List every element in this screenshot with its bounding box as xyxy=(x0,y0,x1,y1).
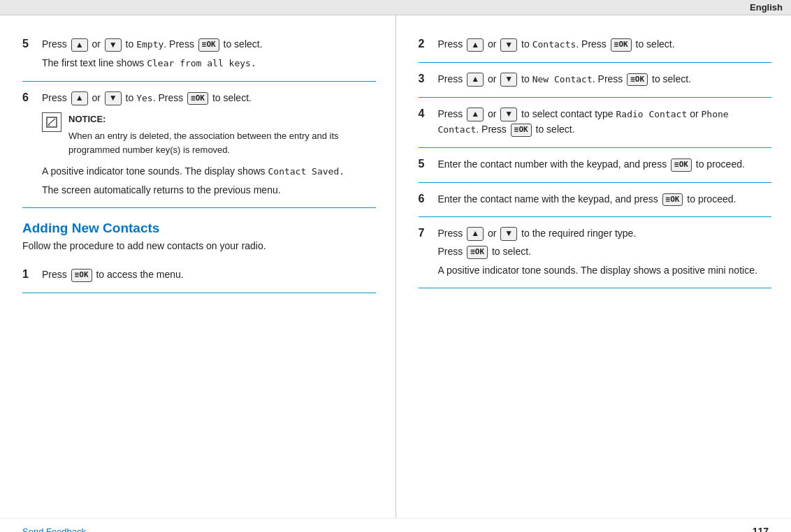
step-3-dest: New Contact xyxy=(532,74,593,84)
main-content: 5 Press ▲ or ▼ to Empty. Press ≡OK to se… xyxy=(0,15,791,518)
step-6-extra1: A positive indicator tone sounds. The di… xyxy=(42,163,376,179)
step-1-block: 1 Press ≡OK to access the menu. xyxy=(22,258,376,293)
down-arrow-3: ▼ xyxy=(500,73,517,87)
step-5-line1: Press ▲ or ▼ to Empty. Press ≡OK to sele… xyxy=(42,36,376,52)
step-3-line1: Press ▲ or ▼ to New Contact. Press ≡OK t… xyxy=(438,71,772,87)
step-5-line2: The first text line shows Clear from all… xyxy=(42,55,376,71)
down-arrow-4: ▼ xyxy=(500,108,517,121)
notice-box: NOTICE: When an entry is deleted, the as… xyxy=(42,111,376,159)
step-2-block: 2 Press ▲ or ▼ to Contacts. Press ≡OK to… xyxy=(419,28,772,63)
ok-btn-5r: ≡OK xyxy=(671,158,692,172)
step-4-block: 4 Press ▲ or ▼ to select contact type Ra… xyxy=(419,98,772,149)
section-intro: Follow the procedure to add new contacts… xyxy=(22,240,376,251)
step-7r-num: 7 xyxy=(419,227,438,239)
step-7r-line2: Press ≡OK to select. xyxy=(438,244,772,259)
ok-btn-6: ≡OK xyxy=(187,92,208,105)
notice-text: NOTICE: When an entry is deleted, the as… xyxy=(68,111,376,159)
page-number: 117 xyxy=(753,526,769,532)
notice-body: When an entry is deleted, the associatio… xyxy=(68,129,376,156)
step-7r-body: Press ▲ or ▼ to the required ringer type… xyxy=(438,226,772,281)
step-6-num: 6 xyxy=(22,91,42,104)
up-arrow-7: ▲ xyxy=(467,227,484,241)
up-arrow-btn: ▲ xyxy=(71,38,88,52)
header-bar: English xyxy=(0,0,791,15)
step-2-dest: Contacts xyxy=(532,39,576,50)
step-3-body: Press ▲ or ▼ to New Contact. Press ≡OK t… xyxy=(438,71,772,90)
step-2-body: Press ▲ or ▼ to Contacts. Press ≡OK to s… xyxy=(438,36,772,55)
step-5-display: Clear from all keys. xyxy=(147,58,256,68)
step-5-block: 5 Press ▲ or ▼ to Empty. Press ≡OK to se… xyxy=(22,28,376,82)
step-6r-num: 6 xyxy=(419,193,438,205)
section-title: Adding New Contacts xyxy=(22,221,376,236)
step-5r-block: 5 Enter the contact number with the keyp… xyxy=(419,148,772,182)
step-1-line1: Press ≡OK to access the menu. xyxy=(42,267,376,282)
ok-btn-1: ≡OK xyxy=(71,269,92,282)
svg-line-2 xyxy=(50,119,55,123)
down-arrow-btn-6: ▼ xyxy=(105,91,122,105)
notice-icon xyxy=(42,112,61,132)
step-6-block: 6 Press ▲ or ▼ to Yes. Press ≡OK to sele… xyxy=(22,82,376,209)
step-5r-num: 5 xyxy=(419,158,438,170)
up-arrow-btn-6: ▲ xyxy=(71,91,88,105)
ok-btn-3: ≡OK xyxy=(627,73,648,87)
step-5-body: Press ▲ or ▼ to Empty. Press ≡OK to sele… xyxy=(42,36,376,74)
adding-contacts-section: Adding New Contacts Follow the procedure… xyxy=(22,221,376,293)
svg-line-1 xyxy=(48,123,50,125)
step-5r-line1: Enter the contact number with the keypad… xyxy=(438,156,772,172)
step-4-line1: Press ▲ or ▼ to select contact type Radi… xyxy=(438,106,772,138)
left-column: 5 Press ▲ or ▼ to Empty. Press ≡OK to se… xyxy=(0,15,396,518)
step-4-body: Press ▲ or ▼ to select contact type Radi… xyxy=(438,106,772,141)
step-5-dest: Empty xyxy=(136,39,164,50)
down-arrow-7: ▼ xyxy=(500,227,517,241)
step-6-display1: Contact Saved. xyxy=(268,166,344,177)
step-1-body: Press ≡OK to access the menu. xyxy=(42,267,376,285)
step-5r-body: Enter the contact number with the keypad… xyxy=(438,156,772,175)
step-7r-line3: A positive indicator tone sounds. The di… xyxy=(438,263,772,278)
step-2-line1: Press ▲ or ▼ to Contacts. Press ≡OK to s… xyxy=(438,36,772,52)
step-7r-line1: Press ▲ or ▼ to the required ringer type… xyxy=(438,226,772,241)
step-4-num: 4 xyxy=(419,108,438,120)
step-6-dest: Yes xyxy=(136,93,152,103)
down-arrow-btn: ▼ xyxy=(105,38,122,52)
right-column: 2 Press ▲ or ▼ to Contacts. Press ≡OK to… xyxy=(396,15,792,518)
ok-btn: ≡OK xyxy=(198,38,219,52)
step-7r-block: 7 Press ▲ or ▼ to the required ringer ty… xyxy=(419,217,772,288)
footer-bar: Send Feedback 117 xyxy=(0,518,791,532)
step-3-block: 3 Press ▲ or ▼ to New Contact. Press ≡OK… xyxy=(419,63,772,98)
up-arrow-3: ▲ xyxy=(467,73,484,87)
ok-btn-2: ≡OK xyxy=(611,38,632,52)
step-4-type1: Radio Contact xyxy=(616,109,688,119)
step-6-body: Press ▲ or ▼ to Yes. Press ≡OK to select… xyxy=(42,90,376,201)
ok-btn-6r: ≡OK xyxy=(662,193,683,207)
up-arrow-4: ▲ xyxy=(467,108,484,121)
send-feedback-link[interactable]: Send Feedback xyxy=(22,526,86,533)
ok-btn-4: ≡OK xyxy=(511,124,532,137)
step-2-num: 2 xyxy=(419,38,438,50)
down-arrow-2: ▼ xyxy=(500,38,517,52)
step-1-num: 1 xyxy=(22,268,42,281)
step-3-num: 3 xyxy=(419,73,438,85)
step-6r-body: Enter the contact name with the keypad, … xyxy=(438,191,772,209)
step-5-num: 5 xyxy=(22,38,42,50)
pencil-icon xyxy=(46,117,57,128)
step-6r-line1: Enter the contact name with the keypad, … xyxy=(438,191,772,207)
step-6-line1: Press ▲ or ▼ to Yes. Press ≡OK to select… xyxy=(42,90,376,106)
notice-title: NOTICE: xyxy=(68,114,106,124)
up-arrow-2: ▲ xyxy=(467,38,484,52)
ok-btn-7: ≡OK xyxy=(467,246,488,259)
svg-line-3 xyxy=(48,125,50,126)
step-6-extra2: The screen automatically returns to the … xyxy=(42,182,376,198)
language-label: English xyxy=(750,2,783,13)
step-6r-block: 6 Enter the contact name with the keypad… xyxy=(419,183,772,217)
